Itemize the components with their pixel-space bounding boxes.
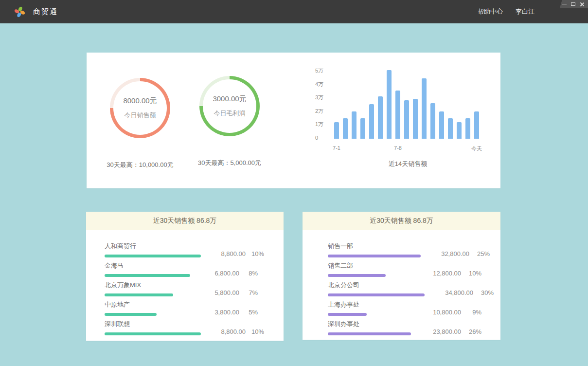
- rank-item-name: 深圳联想: [105, 320, 201, 329]
- rank-item-bar: [105, 274, 195, 277]
- today-sales-30d-max: 30天最高：10,000.00元: [91, 161, 189, 169]
- app-logo-pinwheel-icon: [13, 5, 26, 18]
- rank-item-name: 中原地产: [105, 300, 195, 309]
- chart-bar: [334, 122, 339, 139]
- rank-item-percent: 7%: [239, 289, 258, 296]
- rank-item-percent: 10%: [246, 328, 264, 335]
- rank-item-amount: 5,800.00: [195, 289, 239, 296]
- chart-bar: [395, 91, 400, 139]
- chart-bar: [360, 118, 365, 139]
- chart-bar: [413, 99, 418, 139]
- rank-row[interactable]: 深圳联想 8,800.00 10%: [105, 316, 258, 335]
- rank-item-name: 销售二部: [328, 261, 412, 270]
- window-controls: [558, 0, 588, 8]
- rank-item-percent: 26%: [461, 328, 481, 335]
- app-title: 商贸通: [33, 7, 58, 17]
- today-sales-gauge: 8000.00元 今日销售额 30天最高：10,000.00元: [91, 78, 189, 169]
- rank-item-amount: 23,800.00: [412, 328, 461, 335]
- rank-row[interactable]: 金海马 6,800.00 8%: [105, 258, 258, 277]
- titlebar: 商贸通 帮助中心 李白江: [0, 0, 588, 23]
- rank-item-percent: 8%: [239, 270, 258, 277]
- today-profit-value: 3000.00元: [213, 94, 246, 104]
- today-profit-30d-max: 30天最高：5,000.00元: [181, 159, 278, 167]
- maximize-button[interactable]: [571, 2, 575, 6]
- y-axis-label: 0: [315, 134, 318, 141]
- rank-item-bar: [328, 332, 412, 335]
- rank-item-bar: [328, 255, 421, 257]
- chart-bar: [352, 111, 356, 139]
- close-button[interactable]: [580, 2, 584, 6]
- rank-item-amount: 6,800.00: [195, 270, 239, 277]
- rank-row[interactable]: 销售二部 12,800.00 10%: [328, 258, 481, 277]
- rank-row[interactable]: 中原地产 3,800.00 5%: [105, 297, 258, 316]
- today-profit-label: 今日毛利润: [214, 109, 246, 118]
- rank-item-name: 上海办事处: [328, 300, 412, 309]
- bar-series: [334, 70, 486, 139]
- today-profit-gauge: 3000.00元 今日毛利润 30天最高：5,000.00元: [181, 76, 278, 167]
- department-rank-list: 销售一部 32,800.00 25% 销售二部 12,800.00 10% 北京…: [303, 230, 500, 335]
- chart-bar: [404, 100, 409, 139]
- y-axis-label: 4万: [315, 81, 323, 88]
- department-rank-card: 近30天销售额 86.8万 销售一部 32,800.00 25% 销售二部 12…: [303, 212, 500, 340]
- y-axis-label: 5万: [315, 67, 323, 74]
- customer-rank-list: 人和商贸行 8,800.00 10% 金海马 6,800.00 8% 北京万象M…: [86, 230, 284, 335]
- rank-item-percent: 5%: [239, 309, 258, 316]
- help-center-link[interactable]: 帮助中心: [478, 7, 503, 16]
- rank-item-amount: 34,800.00: [425, 289, 473, 296]
- x-axis-label: 7-1: [333, 145, 340, 151]
- rank-item-bar: [105, 255, 201, 257]
- rank-item-percent: 10%: [246, 250, 264, 257]
- rank-item-bar: [328, 274, 412, 277]
- overview-card: 8000.00元 今日销售额 30天最高：10,000.00元 3000.00元…: [87, 53, 500, 188]
- chart-bar: [430, 103, 435, 139]
- rank-row[interactable]: 销售一部 32,800.00 25%: [328, 238, 481, 257]
- rank-item-bar: [105, 332, 201, 335]
- chart-bar: [439, 111, 444, 139]
- customer-rank-title: 近30天销售额 86.8万: [86, 212, 284, 230]
- chart-bar: [387, 70, 392, 139]
- rank-item-amount: 12,800.00: [412, 270, 461, 277]
- customer-rank-card: 近30天销售额 86.8万 人和商贸行 8,800.00 10% 金海马 6,8…: [86, 212, 284, 341]
- chart-bar: [448, 118, 453, 139]
- rank-item-bar: [328, 293, 425, 296]
- user-name-menu[interactable]: 李白江: [516, 7, 535, 16]
- chart-bar: [369, 104, 374, 139]
- rank-item-name: 人和商贸行: [105, 242, 201, 251]
- rank-item-name: 深圳办事处: [328, 320, 412, 329]
- y-axis-label: 3万: [315, 94, 323, 101]
- y-axis-label: 1万: [315, 121, 323, 128]
- rank-item-bar: [105, 313, 195, 316]
- sales-14d-bar-chart: 5万4万3万2万1万0 7-17-8今天 近14天销售额: [310, 67, 500, 172]
- today-sales-donut-ring: 8000.00元 今日销售额: [110, 78, 170, 138]
- chart-bar: [474, 111, 479, 139]
- rank-item-percent: 25%: [469, 250, 490, 257]
- rank-row[interactable]: 人和商贸行 8,800.00 10%: [105, 238, 258, 257]
- rank-item-amount: 8,800.00: [201, 250, 246, 257]
- rank-item-amount: 8,800.00: [201, 328, 246, 335]
- chart-bar: [422, 78, 427, 139]
- department-rank-title: 近30天销售额 86.8万: [303, 212, 500, 230]
- rank-row[interactable]: 北京分公司 34,800.00 30%: [328, 277, 481, 296]
- rank-item-percent: 9%: [461, 309, 481, 316]
- y-axis-label: 2万: [315, 108, 323, 114]
- rank-item-name: 金海马: [105, 261, 195, 270]
- rank-item-amount: 32,800.00: [421, 250, 469, 257]
- rank-row[interactable]: 北京万象MIX 5,800.00 7%: [105, 277, 258, 296]
- today-profit-donut-ring: 3000.00元 今日毛利润: [199, 76, 260, 136]
- chart-bar: [378, 96, 383, 139]
- titlebar-menu: 帮助中心 李白江: [478, 7, 535, 16]
- rank-item-bar: [105, 293, 195, 296]
- x-axis-label: 7-8: [394, 145, 402, 151]
- chart-bar: [343, 118, 348, 139]
- rank-item-amount: 3,800.00: [195, 309, 239, 316]
- chart-bar: [457, 122, 462, 139]
- today-sales-value: 8000.00元: [123, 96, 157, 106]
- minimize-button[interactable]: [562, 4, 567, 4]
- rank-item-percent: 30%: [473, 289, 494, 296]
- rank-item-percent: 10%: [461, 270, 481, 277]
- x-axis: 7-17-8今天: [334, 145, 486, 152]
- rank-item-name: 北京分公司: [328, 281, 425, 290]
- rank-row[interactable]: 上海办事处 10,800.00 9%: [328, 297, 481, 316]
- rank-item-amount: 10,800.00: [412, 309, 461, 316]
- rank-row[interactable]: 深圳办事处 23,800.00 26%: [328, 316, 481, 335]
